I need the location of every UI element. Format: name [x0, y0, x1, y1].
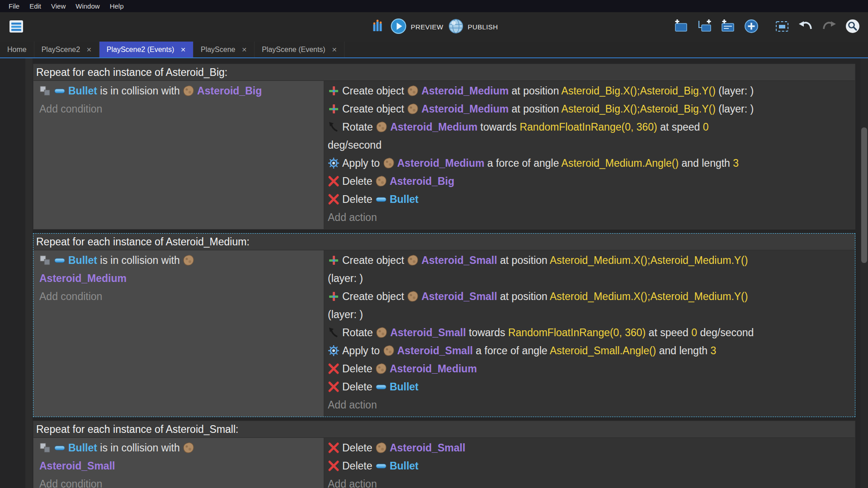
add-condition-button[interactable]: Add condition	[39, 287, 318, 305]
text-segment: 0	[691, 327, 697, 338]
action-row[interactable]: Create object Asteroid_Medium at positio…	[328, 100, 850, 118]
action-row[interactable]: Create object Asteroid_Small at position…	[328, 287, 850, 324]
text-segment: Bullet	[390, 193, 419, 205]
text-segment: deg/second	[697, 327, 754, 338]
action-row[interactable]: Create object Asteroid_Medium at positio…	[328, 82, 850, 100]
bullet-icon	[54, 442, 66, 454]
asteroid-icon	[407, 85, 419, 97]
action-row[interactable]: Delete Asteroid_Small	[328, 439, 850, 457]
undo-button[interactable]	[797, 18, 815, 36]
add-comment-button[interactable]	[719, 18, 737, 36]
preview-button[interactable]: PREVIEW	[390, 18, 443, 37]
text-segment: Create object	[342, 85, 407, 97]
choose-event-button[interactable]	[773, 18, 791, 36]
add-subevent-button[interactable]	[695, 18, 713, 36]
tab-close-icon[interactable]: ✕	[180, 46, 186, 53]
action-row[interactable]: Rotate Asteroid_Small towards RandomFloa…	[328, 324, 850, 342]
event-block[interactable]: Repeat for each instance of Asteroid_Med…	[33, 233, 855, 417]
text-segment: Asteroid_Big.X();Asteroid_Big.Y()	[561, 85, 716, 97]
tab-close-icon[interactable]: ✕	[86, 46, 92, 53]
asteroid-icon	[376, 121, 387, 133]
text-segment: Asteroid_Big	[197, 85, 262, 97]
delete-icon	[328, 381, 340, 393]
menu-window[interactable]: Window	[71, 0, 104, 12]
action-row[interactable]: Apply to Asteroid_Small a force of angle…	[328, 342, 850, 360]
redo-button[interactable]	[820, 18, 838, 36]
condition-row[interactable]: Bullet is in collision with Asteroid_Big	[39, 82, 318, 100]
collision-icon	[39, 85, 51, 97]
rotate-icon	[328, 327, 340, 338]
menu-edit[interactable]: Edit	[24, 0, 46, 12]
text-segment: Asteroid_Small	[421, 291, 497, 302]
add-condition-button[interactable]: Add condition	[39, 100, 318, 118]
action-row[interactable]: Delete Bullet	[328, 378, 850, 396]
text-segment: Delete	[342, 363, 375, 375]
events-left-gutter	[25, 58, 33, 488]
tab-close-icon[interactable]: ✕	[332, 46, 337, 53]
text-segment: Asteroid_Small.Angle()	[550, 345, 656, 357]
text-segment: and length	[656, 345, 710, 357]
menu-file[interactable]: File	[4, 0, 24, 12]
tab-playscene2[interactable]: PlayScene2✕	[34, 42, 99, 57]
add-subevent-icon	[695, 17, 713, 37]
text-segment: Asteroid_Small	[39, 460, 115, 472]
add-action-button[interactable]: Add action	[328, 396, 850, 414]
add-condition-button[interactable]: Add condition	[39, 475, 318, 488]
bullet-icon	[375, 193, 387, 205]
action-row[interactable]: Delete Asteroid_Big	[328, 172, 850, 190]
tab-playscene2-events[interactable]: PlayScene2 (Events)✕	[99, 42, 193, 57]
publish-button[interactable]: PUBLISH	[448, 18, 498, 36]
tab-playscene[interactable]: PlayScene✕	[193, 42, 255, 57]
text-segment: Asteroid_Small	[390, 442, 465, 454]
tab-home[interactable]: Home	[0, 42, 34, 57]
text-segment: (layer: )	[716, 103, 754, 115]
text-segment: Apply to	[342, 345, 383, 357]
conditions-column: Bullet is in collision with Asteroid_Med…	[33, 250, 324, 417]
action-row[interactable]: Delete Bullet	[328, 457, 850, 475]
text-segment: (layer: )	[328, 272, 363, 284]
preview-settings-button[interactable]	[370, 19, 386, 36]
text-segment: Bullet	[68, 85, 97, 97]
actions-column: Create object Asteroid_Small at position…	[324, 250, 855, 417]
text-segment: 3	[710, 345, 716, 357]
action-row[interactable]: Rotate Asteroid_Medium towards RandomFlo…	[328, 118, 850, 154]
text-segment: deg/second	[328, 139, 382, 151]
text-segment: 0	[703, 121, 709, 133]
bullet-icon	[375, 381, 387, 393]
play-icon	[390, 18, 407, 37]
event-header[interactable]: Repeat for each instance of Asteroid_Sma…	[33, 421, 855, 438]
menu-help[interactable]: Help	[105, 0, 129, 12]
delete-icon	[328, 193, 340, 205]
event-block[interactable]: Repeat for each instance of Asteroid_Big…	[33, 64, 855, 230]
add-action-button[interactable]: Add action	[328, 475, 850, 488]
asteroid-icon	[376, 327, 387, 338]
event-body: Bullet is in collision with Asteroid_Sma…	[33, 438, 855, 488]
project-manager-button[interactable]	[6, 17, 26, 37]
scrollbar-thumb[interactable]	[861, 127, 867, 263]
delete-icon	[328, 460, 340, 472]
event-header[interactable]: Repeat for each instance of Asteroid_Big…	[33, 64, 855, 81]
action-row[interactable]: Delete Bullet	[328, 190, 850, 208]
project-manager-icon	[7, 17, 25, 37]
event-block[interactable]: Repeat for each instance of Asteroid_Sma…	[33, 421, 855, 488]
actions-column: Create object Asteroid_Medium at positio…	[324, 81, 855, 229]
action-row[interactable]: Apply to Asteroid_Medium a force of angl…	[328, 154, 850, 172]
bullet-icon	[375, 460, 387, 472]
event-header[interactable]: Repeat for each instance of Asteroid_Med…	[33, 234, 855, 250]
text-segment: Rotate	[342, 121, 376, 133]
search-events-button[interactable]	[844, 18, 862, 36]
tab-close-icon[interactable]: ✕	[241, 46, 247, 53]
condition-row[interactable]: Bullet is in collision with Asteroid_Med…	[39, 251, 318, 287]
tab-playscene-events[interactable]: PlayScene (Events)✕	[255, 42, 344, 57]
condition-row[interactable]: Bullet is in collision with Asteroid_Sma…	[39, 439, 318, 475]
text-segment: is in collision with	[97, 85, 183, 97]
add-event-button[interactable]	[672, 18, 690, 36]
menu-view[interactable]: View	[46, 0, 71, 12]
add-more-button[interactable]	[742, 18, 760, 36]
text-segment: 3	[733, 157, 739, 169]
scrollbar[interactable]	[860, 58, 868, 488]
action-row[interactable]: Delete Asteroid_Medium	[328, 360, 850, 378]
asteroid-icon	[383, 157, 395, 169]
add-action-button[interactable]: Add action	[328, 208, 850, 226]
action-row[interactable]: Create object Asteroid_Small at position…	[328, 251, 850, 287]
